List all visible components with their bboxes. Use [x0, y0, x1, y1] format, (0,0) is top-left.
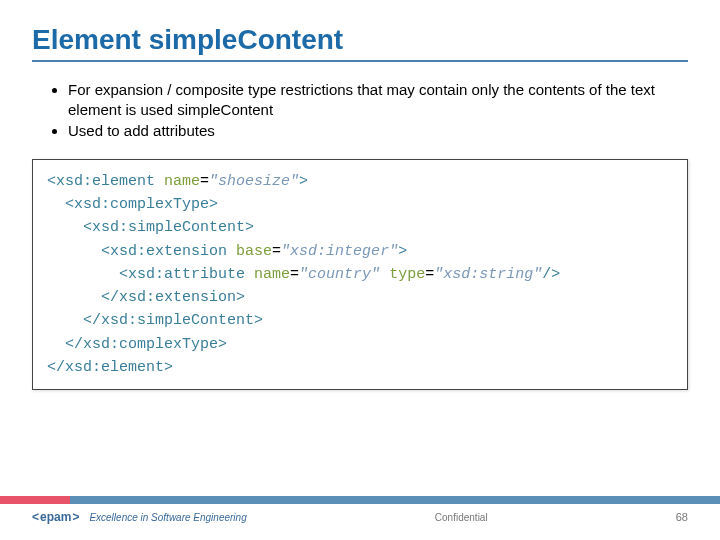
list-item: Used to add attributes [68, 121, 688, 141]
list-item: For expansion / composite type restricti… [68, 80, 688, 121]
slide-title: Element simpleContent [32, 24, 688, 56]
footer-bars [0, 496, 720, 504]
footer: epam Excellence in Software Engineering … [0, 496, 720, 524]
code-block: <xsd:element name="shoesize"> <xsd:compl… [32, 159, 688, 390]
accent-bar-blue [70, 496, 720, 504]
bullet-list: For expansion / composite type restricti… [32, 80, 688, 141]
accent-bar-red [0, 496, 70, 504]
brand-logo: epam [32, 510, 79, 524]
page-number: 68 [676, 511, 688, 523]
title-underline [32, 60, 688, 62]
brand-tagline: Excellence in Software Engineering [89, 512, 246, 523]
confidential-label: Confidential [247, 512, 676, 523]
